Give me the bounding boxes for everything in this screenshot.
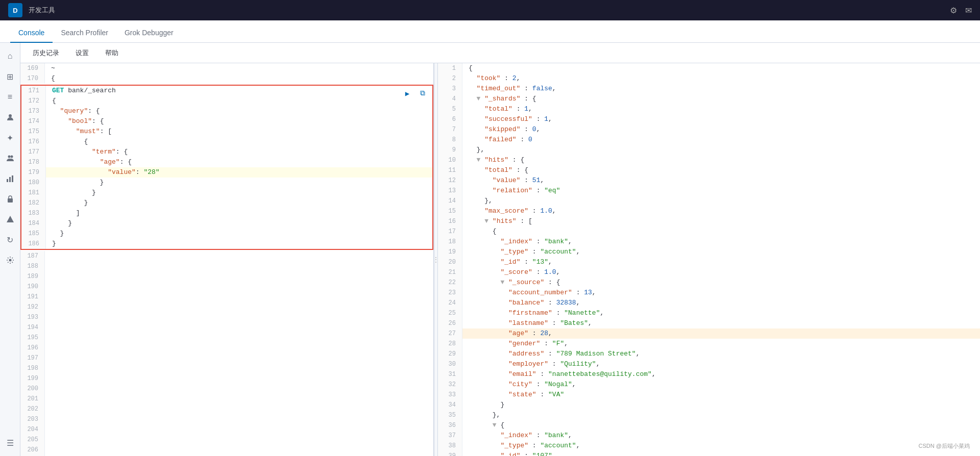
table-row: 186 } — [21, 239, 432, 249]
table-row: 180 } — [21, 178, 432, 188]
table-row: 176 { — [21, 137, 432, 147]
table-row: 182 } — [21, 198, 432, 208]
table-row: 190 — [20, 282, 433, 292]
svg-rect-6 — [8, 198, 13, 202]
sidebar-icon-home[interactable]: ⌂ — [1, 47, 19, 65]
svg-rect-5 — [12, 175, 13, 182]
settings-top-icon[interactable]: ⚙ — [950, 6, 957, 15]
table-row: 195 — [20, 333, 433, 343]
svg-point-0 — [9, 114, 12, 117]
toolbar-settings[interactable]: 设置 — [71, 46, 93, 60]
sidebar-icon-people[interactable] — [1, 149, 19, 167]
sidebar-icon-stack[interactable]: ≡ — [1, 88, 19, 106]
table-row: 26 "lastname" : "Bates", — [438, 318, 980, 328]
sidebar-icon-grid[interactable]: ⊞ — [1, 67, 19, 86]
table-row: 185 } — [21, 229, 432, 239]
table-row: 31 "email" : "nanettebates@quility.com", — [438, 369, 980, 379]
table-row: 19 "_type" : "account", — [438, 247, 980, 257]
table-row: 6 "successful" : 1, — [438, 114, 980, 124]
svg-rect-8 — [10, 221, 11, 222]
table-row: 27 "age" : 28, — [438, 328, 980, 339]
sidebar-icon-chart[interactable] — [1, 169, 19, 188]
table-row: 39 "_id" : "107", — [438, 451, 980, 456]
table-row: 171 GET bank/_search — [21, 86, 432, 96]
table-row: 187 — [20, 251, 433, 261]
table-row: 15 "max_score" : 1.0, — [438, 206, 980, 216]
svg-point-9 — [9, 259, 11, 262]
table-row: 1{ — [438, 63, 980, 73]
table-row: 8 "failed" : 0 — [438, 135, 980, 145]
toolbar-help[interactable]: 帮助 — [101, 46, 122, 60]
tab-search-profiler[interactable]: Search Profiler — [53, 23, 116, 43]
sidebar-icon-refresh[interactable]: ↻ — [1, 231, 19, 249]
table-row: 28 "gender" : "F", — [438, 339, 980, 349]
svg-point-1 — [8, 156, 10, 158]
table-row: 201 — [20, 394, 433, 404]
table-row: 2 "took" : 2, — [438, 73, 980, 84]
sidebar-icon-user[interactable] — [1, 108, 19, 126]
table-row: 13 "relation" : "eq" — [438, 186, 980, 196]
table-row: 35 }, — [438, 410, 980, 420]
table-row: 194 — [20, 322, 433, 333]
sidebar-icon-menu[interactable]: ☰ — [1, 434, 19, 452]
mail-icon[interactable]: ✉ — [965, 6, 972, 15]
tab-grok-debugger[interactable]: Grok Debugger — [116, 23, 182, 43]
table-row: 172 { — [21, 96, 432, 106]
table-row: 30 "employer" : "Quility", — [438, 359, 980, 369]
table-row: 193 — [20, 312, 433, 322]
table-row: 21 "_score" : 1.0, — [438, 267, 980, 277]
table-row: 184 } — [21, 218, 432, 229]
table-row: 179 "value": "28" — [21, 167, 432, 178]
table-row: 175 "must": [ — [21, 126, 432, 137]
left-panel: 169 ~ 170 { ▶ ⧉ — [20, 63, 434, 456]
sidebar-icon-alert[interactable] — [1, 210, 19, 229]
table-row: 189 — [20, 271, 433, 282]
panel-divider[interactable] — [434, 63, 438, 456]
run-icon[interactable]: ▶ — [402, 88, 413, 99]
sidebar-icon-lock[interactable] — [1, 190, 19, 208]
action-icons: ▶ ⧉ — [402, 88, 428, 99]
table-row: 170 { — [20, 73, 433, 84]
table-row: 25 "firstname" : "Nanette", — [438, 308, 980, 318]
table-row: 169 ~ — [20, 63, 433, 73]
table-row: 4 ▼ "_shards" : { — [438, 94, 980, 104]
table-row: 206 — [20, 445, 433, 455]
app-logo: D — [8, 3, 22, 17]
copy-icon[interactable]: ⧉ — [417, 88, 428, 99]
table-row: 196 — [20, 343, 433, 353]
sidebar-icon-settings[interactable] — [1, 251, 19, 269]
table-row: 197 — [20, 353, 433, 363]
svg-point-2 — [10, 156, 13, 158]
table-row: 198 — [20, 363, 433, 373]
table-row: 202 — [20, 404, 433, 414]
request-block: ▶ ⧉ 171 GET bank/_search 172 { — [20, 85, 433, 250]
table-row: 200 — [20, 384, 433, 394]
table-row: 181 } — [21, 188, 432, 198]
table-row: 34 } — [438, 400, 980, 410]
code-editor[interactable]: 169 ~ 170 { ▶ ⧉ — [20, 63, 433, 456]
table-row: 22 ▼ "_source" : { — [438, 277, 980, 288]
table-row: 18 "_index" : "bank", — [438, 237, 980, 247]
table-row: 204 — [20, 424, 433, 435]
sidebar-icon-cog[interactable]: ✦ — [1, 129, 19, 147]
tab-console[interactable]: Console — [10, 23, 53, 43]
table-row: 12 "value" : 51, — [438, 175, 980, 186]
nav-bar: Console Search Profiler Grok Debugger — [0, 20, 980, 43]
table-row: 20 "_id" : "13", — [438, 257, 980, 267]
table-row: 16 ▼ "hits" : [ — [438, 216, 980, 226]
content-area: 历史记录 设置 帮助 169 ~ 170 { — [20, 43, 980, 456]
table-row: 9 }, — [438, 145, 980, 155]
main-layout: ⌂ ⊞ ≡ ✦ ↻ ☰ 历史记录 设置 帮助 — [0, 43, 980, 456]
editor-area: 169 ~ 170 { ▶ ⧉ — [20, 63, 980, 456]
table-row: 17 { — [438, 226, 980, 237]
toolbar-history[interactable]: 历史记录 — [29, 46, 63, 60]
table-row: 11 "total" : { — [438, 165, 980, 175]
table-row: 38 "_type" : "account", — [438, 441, 980, 451]
table-row: 3 "timed_out" : false, — [438, 84, 980, 94]
right-panel[interactable]: 1{ 2 "took" : 2, 3 "timed_out" : false, … — [438, 63, 980, 456]
table-row: 183 ] — [21, 208, 432, 218]
table-row: 178 "age": { — [21, 157, 432, 167]
svg-rect-7 — [10, 218, 11, 220]
svg-rect-3 — [7, 179, 8, 182]
table-row: 177 "term": { — [21, 147, 432, 157]
